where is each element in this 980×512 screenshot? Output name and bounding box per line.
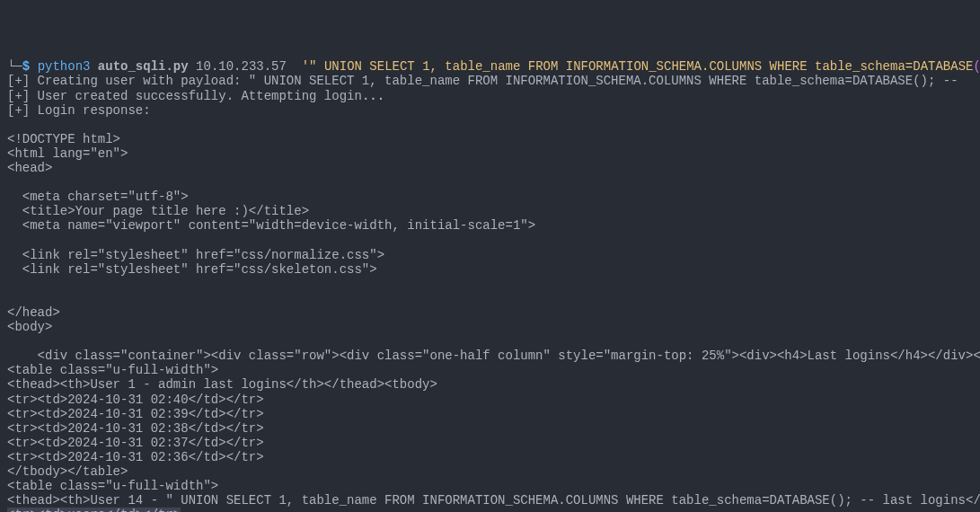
log-line-3: [+] Login response:	[7, 103, 973, 118]
command-script: auto_sqli.py	[98, 59, 189, 74]
html-line-24: </tbody></table>	[7, 464, 973, 479]
html-line-11	[7, 277, 973, 291]
blank-line	[7, 118, 973, 132]
html-line-18: <thead><th>User 1 - admin last logins</t…	[7, 377, 973, 392]
html-line-1: <!DOCTYPE html>	[7, 132, 973, 146]
html-line-27-highlight: <tr><td>users</td></tr>	[7, 508, 973, 512]
html-line-23: <tr><td>2024-10-31 02:36</td></tr>	[7, 450, 973, 464]
command-payload-parens: ()	[973, 59, 980, 74]
html-line-17: <table class="u-full-width">	[7, 363, 973, 377]
command-python: python3	[38, 59, 91, 74]
html-line-5: <meta charset="utf-8">	[7, 190, 973, 204]
html-line-22: <tr><td>2024-10-31 02:37</td></tr>	[7, 436, 973, 450]
html-line-13: </head>	[7, 305, 973, 320]
html-line-21: <tr><td>2024-10-31 02:38</td></tr>	[7, 421, 973, 436]
prompt-dollar: $	[22, 59, 30, 74]
html-line-25: <table class="u-full-width">	[7, 479, 973, 493]
command-ip: 10.10.233.57	[196, 59, 287, 74]
html-line-14: <body>	[7, 320, 973, 334]
html-line-20: <tr><td>2024-10-31 02:39</td></tr>	[7, 407, 973, 421]
html-line-2: <html lang="en">	[7, 146, 973, 161]
command-payload-prefix: '" UNION SELECT 1, table_name FROM INFOR…	[302, 59, 974, 74]
html-line-6: <title>Your page title here :)</title>	[7, 204, 973, 218]
html-line-4	[7, 175, 973, 190]
terminal-output[interactable]: └─$ python3 auto_sqli.py 10.10.233.57 '"…	[0, 57, 980, 512]
prompt-marker: └─	[7, 59, 22, 74]
html-line-3: <head>	[7, 161, 973, 175]
html-line-9: <link rel="stylesheet" href="css/normali…	[7, 248, 973, 262]
html-line-15	[7, 334, 973, 349]
log-line-2: [+] User created successfully. Attemptin…	[7, 89, 973, 103]
html-line-19: <tr><td>2024-10-31 02:40</td></tr>	[7, 393, 973, 407]
html-line-8	[7, 234, 973, 248]
highlighted-result-users: <tr><td>users</td></tr>	[7, 508, 181, 512]
log-line-1: [+] Creating user with payload: " UNION …	[7, 74, 973, 88]
html-line-10: <link rel="stylesheet" href="css/skeleto…	[7, 262, 973, 277]
html-line-16: <div class="container"><div class="row">…	[7, 349, 973, 363]
html-line-12	[7, 291, 973, 305]
command-line: └─$ python3 auto_sqli.py 10.10.233.57 '"…	[7, 59, 973, 74]
html-line-26: <thead><th>User 14 - " UNION SELECT 1, t…	[7, 493, 973, 508]
html-line-7: <meta name="viewport" content="width=dev…	[7, 218, 973, 233]
